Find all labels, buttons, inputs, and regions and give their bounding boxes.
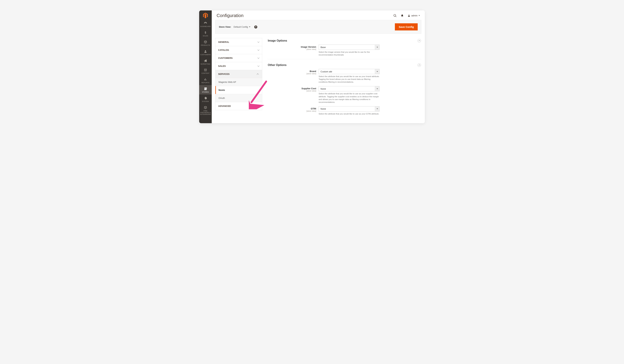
chevron-up-icon <box>258 73 259 75</box>
caret-down-icon <box>418 15 420 16</box>
save-config-button[interactable]: Save Config <box>395 23 418 30</box>
nav-label: SYSTEM <box>202 101 209 102</box>
nav-dashboard[interactable]: DASHBOARD <box>199 20 212 29</box>
cfg-group-advanced[interactable]: ADVANCED <box>215 102 262 110</box>
chevron-down-icon <box>258 105 259 107</box>
image-version-select[interactable]: Base <box>319 45 380 50</box>
box-icon <box>204 40 207 44</box>
select-value: None <box>320 108 326 110</box>
cfg-group-services[interactable]: SERVICES <box>215 70 262 78</box>
config-sidebar: GENERAL CATALOG CUSTOMERS SALES SERVICES <box>215 38 262 118</box>
field-label: GTIN [store view] <box>267 106 316 112</box>
main-area: Configuration admin Store View: D <box>212 10 425 123</box>
nav-label: FIND PARTNERS & EXTENSIONS <box>200 110 211 115</box>
cfg-group-general[interactable]: GENERAL <box>215 38 262 46</box>
bell-icon[interactable] <box>401 14 404 17</box>
nav-findpartners[interactable]: FIND PARTNERS & EXTENSIONS <box>199 104 212 117</box>
select-value: None <box>320 88 326 90</box>
cfg-group-label: CATALOG <box>218 49 229 51</box>
field-scope: [store view] <box>267 73 316 75</box>
magento-logo[interactable] <box>199 11 212 20</box>
admin-leftnav: DASHBOARD SALES PRODUCTS CUSTOMERS MARKE… <box>199 10 212 123</box>
field-scope: [store view] <box>267 90 316 92</box>
nav-label: CONTENT <box>202 73 209 74</box>
field-title: Supplier Cost <box>301 87 316 90</box>
field-scope: [store view] <box>267 110 316 112</box>
cfg-sub-oauth[interactable]: OAuth <box>215 94 262 102</box>
cfg-group-customers[interactable]: CUSTOMERS <box>215 54 262 62</box>
nav-label: MARKETING <box>201 63 210 65</box>
cfg-group-sales[interactable]: SALES <box>215 62 262 70</box>
person-icon <box>204 49 207 53</box>
field-gtin: GTIN [store view] None Select the attrib… <box>267 106 421 115</box>
scope-bar: Store View: Default Config ? Save Config <box>215 20 421 34</box>
collapse-toggle-icon[interactable] <box>417 39 421 43</box>
dropdown-arrow-icon <box>375 86 379 91</box>
dropdown-arrow-icon <box>375 69 379 74</box>
page-title: Configuration <box>217 13 244 18</box>
nav-stores[interactable]: STORES <box>199 85 212 95</box>
field-description: Select the attribute that you would like… <box>319 112 380 115</box>
topbar-actions: admin <box>393 14 420 17</box>
field-supplier-cost: Supplier Cost [store view] None Select t… <box>267 86 421 103</box>
select-value: Custom attr <box>320 70 332 73</box>
field-label: Brand [store view] <box>267 69 316 75</box>
section-other-options-header[interactable]: Other Options <box>267 62 421 69</box>
nav-content[interactable]: CONTENT <box>199 66 212 76</box>
field-control: Base Select the image version that you w… <box>319 45 380 56</box>
cfg-sub-magento-web-api[interactable]: Magento Web AP <box>215 78 262 86</box>
config-body: GENERAL CATALOG CUSTOMERS SALES SERVICES <box>212 34 425 123</box>
field-image-version: Image Version [store view] Base Select t… <box>267 45 421 56</box>
cfg-group-label: SALES <box>218 65 226 67</box>
cfg-group-label: ADVANCED <box>218 105 231 107</box>
topbar: Configuration admin <box>212 10 425 20</box>
cfg-group-label: CUSTOMERS <box>218 57 233 59</box>
field-control: None Select the attribute that you would… <box>319 106 380 115</box>
cfg-services-children: Magento Web AP Nosto OAuth <box>215 78 262 102</box>
dropdown-arrow-icon <box>375 106 379 111</box>
chevron-down-icon <box>258 57 259 59</box>
nav-label: SALES <box>203 35 208 37</box>
section-divider <box>267 59 421 59</box>
gtin-select[interactable]: None <box>319 106 380 112</box>
nav-label: DASHBOARD <box>200 26 211 27</box>
help-icon[interactable]: ? <box>254 25 257 28</box>
field-label: Image Version [store view] <box>267 45 316 50</box>
dollar-icon <box>204 31 207 34</box>
supplier-cost-select[interactable]: None <box>319 86 380 91</box>
user-name: admin <box>411 14 417 17</box>
cfg-group-catalog[interactable]: CATALOG <box>215 46 262 54</box>
cfg-sub-nosto[interactable]: Nosto <box>215 86 262 94</box>
field-control: None Select the attribute that you would… <box>319 86 380 103</box>
nav-marketing[interactable]: MARKETING <box>199 57 212 67</box>
search-icon[interactable] <box>393 14 397 17</box>
collapse-toggle-icon[interactable] <box>417 63 421 67</box>
field-description: Select the attribute that you would like… <box>319 75 380 83</box>
caret-down-icon <box>249 26 250 27</box>
field-description: Select the attribute that you would like… <box>319 92 380 103</box>
gear-icon <box>204 96 207 100</box>
nav-label: REPORTS <box>202 82 209 84</box>
nav-label: STORES <box>202 91 209 93</box>
select-value: Base <box>320 46 326 49</box>
nav-system[interactable]: SYSTEM <box>199 95 212 104</box>
megaphone-icon <box>204 59 207 63</box>
nav-customers[interactable]: CUSTOMERS <box>199 48 212 57</box>
chevron-down-icon <box>258 49 259 51</box>
nav-sales[interactable]: SALES <box>199 29 212 38</box>
section-image-options-header[interactable]: Image Options <box>267 38 421 45</box>
scope-left: Store View: Default Config ? <box>219 25 257 28</box>
layout-icon <box>204 68 207 72</box>
field-scope: [store view] <box>267 48 316 50</box>
user-menu[interactable]: admin <box>408 14 420 17</box>
cfg-group-label: GENERAL <box>218 41 229 43</box>
section-title: Other Options <box>268 64 286 67</box>
scope-select[interactable]: Default Config <box>234 25 250 28</box>
field-control: Custom attr Select the attribute that yo… <box>319 69 380 83</box>
brand-select[interactable]: Custom attr <box>319 69 380 74</box>
nav-products[interactable]: PRODUCTS <box>199 38 212 48</box>
field-title: Brand <box>310 70 316 73</box>
gauge-icon <box>204 21 207 25</box>
storefront-icon <box>204 87 207 91</box>
nav-reports[interactable]: REPORTS <box>199 76 212 85</box>
